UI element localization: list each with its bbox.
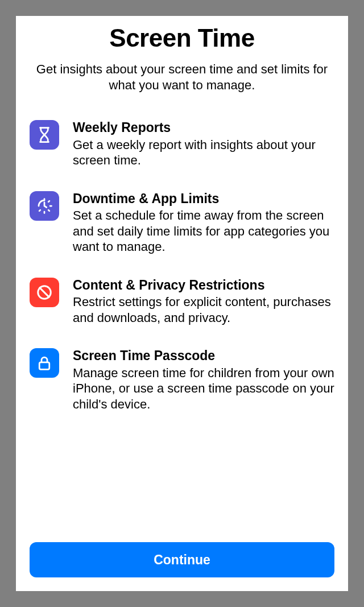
continue-button[interactable]: Continue bbox=[30, 542, 334, 577]
feature-title: Content & Privacy Restrictions bbox=[73, 278, 334, 294]
no-symbol-icon bbox=[30, 278, 59, 307]
feature-downtime-app-limits: Downtime & App Limits Set a schedule for… bbox=[30, 191, 334, 255]
feature-text: Downtime & App Limits Set a schedule for… bbox=[73, 191, 334, 255]
feature-desc: Manage screen time for children from you… bbox=[73, 365, 334, 412]
feature-desc: Set a schedule for time away from the sc… bbox=[73, 208, 334, 255]
feature-weekly-reports: Weekly Reports Get a weekly report with … bbox=[30, 120, 334, 168]
feature-content-privacy: Content & Privacy Restrictions Restrict … bbox=[30, 278, 334, 326]
feature-passcode: Screen Time Passcode Manage screen time … bbox=[30, 348, 334, 412]
feature-text: Screen Time Passcode Manage screen time … bbox=[73, 348, 334, 412]
feature-text: Weekly Reports Get a weekly report with … bbox=[73, 120, 334, 168]
svg-rect-2 bbox=[39, 362, 49, 370]
feature-text: Content & Privacy Restrictions Restrict … bbox=[73, 278, 334, 326]
svg-line-1 bbox=[40, 288, 49, 297]
feature-title: Downtime & App Limits bbox=[73, 191, 334, 207]
clock-dash-icon bbox=[30, 191, 59, 221]
feature-list: Weekly Reports Get a weekly report with … bbox=[30, 120, 334, 531]
hourglass-icon bbox=[30, 120, 59, 150]
lock-icon bbox=[30, 348, 59, 378]
feature-desc: Restrict settings for explicit content, … bbox=[73, 294, 334, 325]
page-subtitle: Get insights about your screen time and … bbox=[30, 61, 334, 93]
feature-desc: Get a weekly report with insights about … bbox=[73, 137, 334, 168]
page-title: Screen Time bbox=[30, 24, 334, 52]
feature-title: Weekly Reports bbox=[73, 120, 334, 136]
screen-time-onboarding-card: Screen Time Get insights about your scre… bbox=[16, 16, 348, 591]
feature-title: Screen Time Passcode bbox=[73, 348, 334, 364]
